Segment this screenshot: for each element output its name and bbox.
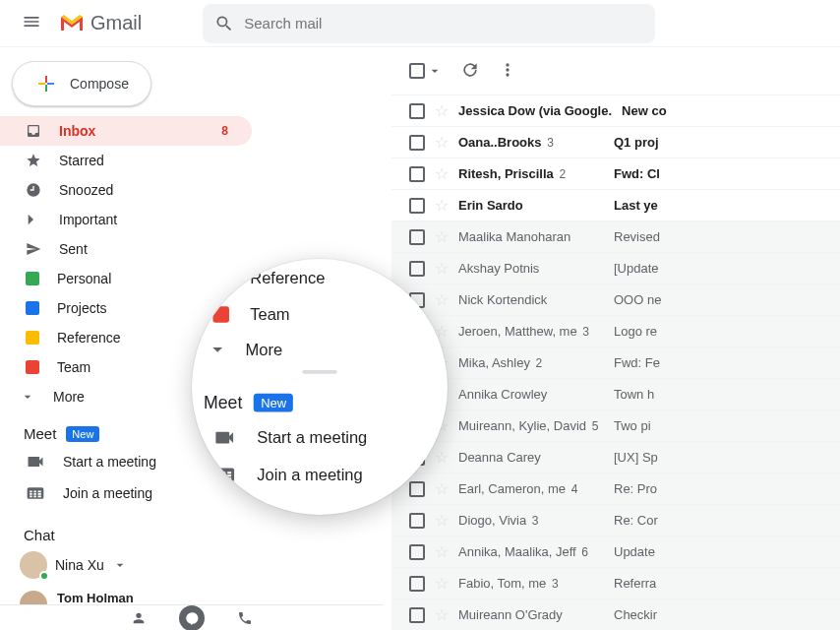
thread-sender: Jeroen, Matthew, me 3 bbox=[458, 324, 604, 339]
thread-subject: [UX] Sp bbox=[614, 450, 822, 465]
compose-button[interactable]: Compose bbox=[12, 61, 151, 106]
row-checkbox[interactable] bbox=[409, 576, 425, 592]
sidebar-item-inbox[interactable]: Inbox8 bbox=[0, 116, 252, 146]
thread-subject: Last ye bbox=[614, 198, 822, 213]
star-icon[interactable]: ☆ bbox=[435, 227, 449, 246]
gmail-logo[interactable]: Gmail bbox=[59, 12, 142, 34]
chevron-down-icon bbox=[112, 557, 128, 573]
thread-row[interactable]: ☆Jeroen, Matthew, me 3Logo re bbox=[391, 315, 840, 346]
row-checkbox[interactable] bbox=[409, 229, 425, 245]
row-checkbox[interactable] bbox=[409, 481, 425, 497]
inbox-icon bbox=[26, 123, 41, 139]
nav-count: 8 bbox=[221, 124, 228, 138]
thread-sender: Ritesh, Priscilla 2 bbox=[458, 166, 604, 181]
star-icon[interactable]: ☆ bbox=[435, 542, 449, 561]
hangouts-tab[interactable] bbox=[179, 605, 205, 631]
row-checkbox[interactable] bbox=[409, 198, 425, 214]
sidebar-item-important[interactable]: Important bbox=[0, 205, 252, 234]
thread-subject: Referra bbox=[614, 576, 822, 591]
star-icon[interactable]: ☆ bbox=[435, 196, 449, 215]
send-icon bbox=[26, 241, 41, 257]
thread-sender: Nick Kortendick bbox=[458, 292, 604, 307]
nav-label: Snoozed bbox=[59, 182, 240, 198]
row-checkbox[interactable] bbox=[409, 103, 425, 119]
chat-self-row[interactable]: Nina Xu bbox=[0, 547, 252, 583]
star-icon[interactable]: ☆ bbox=[435, 290, 449, 309]
video-icon bbox=[26, 452, 45, 472]
thread-row[interactable]: ☆Oana..Brooks 3Q1 proj bbox=[391, 126, 840, 158]
row-checkbox[interactable] bbox=[409, 513, 425, 529]
row-checkbox[interactable] bbox=[409, 544, 425, 560]
thread-subject: Fwd: Cl bbox=[614, 166, 822, 181]
refresh-button[interactable] bbox=[460, 60, 480, 83]
thread-subject: [Update bbox=[614, 261, 822, 276]
thread-row[interactable]: ☆Annika CrowleyTown h bbox=[391, 378, 840, 410]
thread-row[interactable]: ☆Fabio, Tom, me 3Referra bbox=[391, 567, 840, 598]
row-checkbox[interactable] bbox=[409, 607, 425, 623]
thread-row[interactable]: ☆Mika, Ashley 2Fwd: Fe bbox=[391, 346, 840, 378]
label-color-icon bbox=[26, 301, 39, 315]
contacts-tab[interactable] bbox=[126, 605, 151, 631]
chat-self-name: Nina Xu bbox=[55, 557, 104, 573]
thread-subject: New co bbox=[622, 103, 822, 118]
thread-subject: OOO ne bbox=[614, 292, 822, 307]
nav-label: Starred bbox=[59, 153, 240, 168]
nav-label: Inbox bbox=[59, 123, 204, 139]
thread-row[interactable]: ☆Muireann O'GradyCheckir bbox=[391, 598, 840, 630]
thread-sender: Muireann O'Grady bbox=[458, 607, 604, 622]
logo-text: Gmail bbox=[90, 12, 142, 34]
thread-row[interactable]: ☆Maalika ManoharanRevised bbox=[391, 220, 840, 252]
nav-label: Important bbox=[59, 212, 240, 227]
thread-row[interactable]: ☆Akshay Potnis[Update bbox=[391, 252, 840, 284]
compose-label: Compose bbox=[70, 76, 129, 92]
thread-subject: Town h bbox=[614, 387, 822, 402]
more-actions-button[interactable] bbox=[498, 60, 517, 83]
thread-sender: Muireann, Kylie, David 5 bbox=[458, 418, 604, 433]
thread-row[interactable]: ☆Jessica Dow (via Google.New co bbox=[391, 94, 840, 126]
row-checkbox[interactable] bbox=[409, 135, 425, 151]
new-badge: New bbox=[66, 426, 99, 442]
thread-subject: Re: Cor bbox=[614, 513, 822, 528]
sidebar-item-snoozed[interactable]: Snoozed bbox=[0, 175, 252, 205]
thread-row[interactable]: ☆Erin SardoLast ye bbox=[391, 189, 840, 220]
star-icon[interactable]: ☆ bbox=[435, 605, 449, 624]
thread-row[interactable]: ☆Deanna Carey[UX] Sp bbox=[391, 441, 840, 472]
thread-row[interactable]: ☆Ritesh, Priscilla 2Fwd: Cl bbox=[391, 158, 840, 189]
star-icon[interactable]: ☆ bbox=[435, 101, 449, 120]
thread-sender: Akshay Potnis bbox=[458, 261, 604, 276]
thread-sender: Annika, Maalika, Jeff 6 bbox=[458, 544, 604, 559]
search-bar[interactable] bbox=[203, 4, 655, 43]
select-all[interactable] bbox=[409, 63, 443, 79]
menu-icon[interactable] bbox=[10, 0, 53, 46]
thread-sender: Erin Sardo bbox=[458, 198, 604, 213]
star-icon[interactable]: ☆ bbox=[435, 133, 449, 152]
star-icon[interactable]: ☆ bbox=[435, 479, 449, 498]
row-checkbox[interactable] bbox=[409, 166, 425, 182]
keyboard-icon bbox=[26, 483, 45, 503]
label-color-icon bbox=[26, 272, 39, 285]
video-icon bbox=[212, 426, 236, 450]
thread-row[interactable]: ☆Diogo, Vivia 3Re: Cor bbox=[391, 504, 840, 536]
star-icon[interactable]: ☆ bbox=[435, 448, 449, 467]
star-icon[interactable]: ☆ bbox=[435, 164, 449, 183]
thread-row[interactable]: ☆Nick KortendickOOO ne bbox=[391, 284, 840, 315]
thread-subject: Two pi bbox=[614, 418, 822, 433]
star-icon[interactable]: ☆ bbox=[435, 574, 449, 593]
thread-row[interactable]: ☆Muireann, Kylie, David 5Two pi bbox=[391, 410, 840, 441]
sidebar-item-sent[interactable]: Sent bbox=[0, 234, 252, 264]
sidebar-item-personal[interactable]: Personal bbox=[0, 264, 252, 293]
label-color-icon bbox=[26, 360, 39, 374]
star-icon[interactable]: ☆ bbox=[435, 511, 449, 530]
search-input[interactable] bbox=[244, 15, 643, 32]
join-meeting-button[interactable]: Join a meeting bbox=[0, 477, 252, 509]
phone-tab[interactable] bbox=[232, 605, 258, 631]
thread-row[interactable]: ☆Annika, Maalika, Jeff 6Update bbox=[391, 536, 840, 567]
star-icon[interactable]: ☆ bbox=[435, 259, 449, 278]
chat-section-title: Chat bbox=[24, 527, 55, 543]
start-meeting-label: Start a meeting bbox=[63, 454, 156, 470]
row-checkbox[interactable] bbox=[409, 261, 425, 277]
sidebar-item-starred[interactable]: Starred bbox=[0, 146, 252, 175]
hangouts-bar bbox=[0, 604, 384, 630]
chat-name: Tom Holman bbox=[57, 591, 134, 605]
thread-row[interactable]: ☆Earl, Cameron, me 4Re: Pro bbox=[391, 472, 840, 504]
